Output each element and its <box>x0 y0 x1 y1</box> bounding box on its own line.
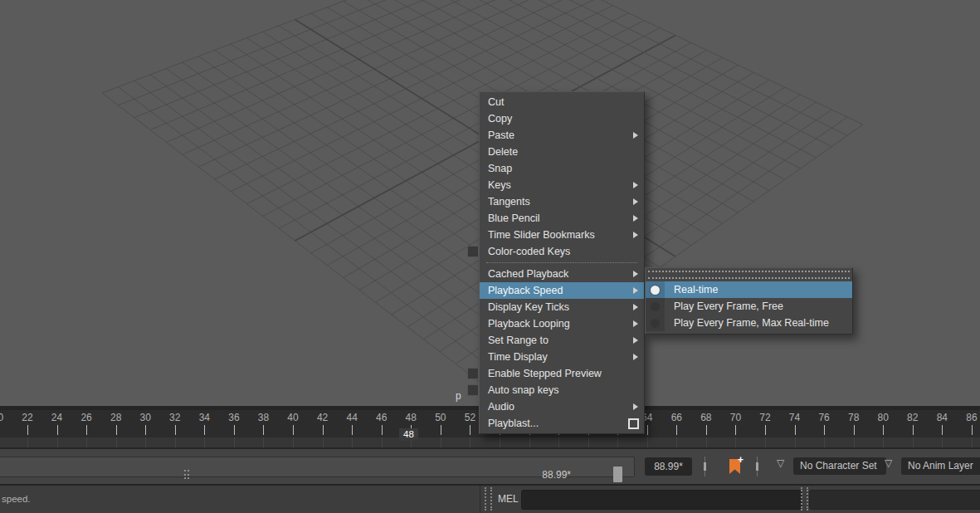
command-result-field[interactable] <box>809 490 980 510</box>
menu-item-copy[interactable]: Copy <box>480 110 644 127</box>
mel-command-input[interactable] <box>521 490 802 510</box>
radio-unselected-icon <box>651 319 660 328</box>
menu-item-label: Playback Speed <box>488 285 563 296</box>
frame-tick <box>175 425 176 435</box>
menu-item-cached-playback[interactable]: Cached Playback <box>480 266 644 282</box>
frame-tick <box>765 425 766 435</box>
frame-label: 42 <box>311 412 334 423</box>
menu-item-enable-stepped-preview[interactable]: Enable Stepped Preview <box>480 365 644 382</box>
frame-tick <box>942 425 943 435</box>
frame-label: 82 <box>901 412 924 423</box>
frame-label: 50 <box>429 412 452 423</box>
anim-layer-dropdown-icon[interactable]: ▽ <box>885 458 892 468</box>
frame-tick <box>913 425 914 435</box>
checkbox-auto-snap-keys[interactable] <box>467 384 479 396</box>
frame-label: 32 <box>163 412 187 423</box>
menu-item-cut[interactable]: Cut <box>480 94 644 110</box>
drag-grip-left[interactable] <box>485 487 492 511</box>
cache-tick <box>352 437 353 447</box>
menu-item-delete[interactable]: Delete <box>480 144 644 160</box>
submenu-arrow-icon <box>633 337 638 344</box>
menu-item-audio[interactable]: Audio <box>480 398 644 415</box>
frame-tick <box>263 425 264 435</box>
bar-divider <box>480 486 480 513</box>
submenu-item-real-time[interactable]: Real-time <box>646 281 852 298</box>
submenu-arrow-icon <box>633 320 638 327</box>
range-end-value: 88.99* <box>531 469 571 481</box>
menu-item-playblast[interactable]: Playblast... <box>480 415 644 432</box>
frame-label: 38 <box>251 412 275 423</box>
tear-off-handle[interactable] <box>648 271 850 279</box>
menu-item-keys[interactable]: Keys <box>480 177 644 193</box>
frame-label: 68 <box>695 412 718 423</box>
menu-item-color-coded-keys[interactable]: Color-coded Keys <box>480 243 644 260</box>
frame-tick <box>57 425 58 435</box>
menu-item-blue-pencil[interactable]: Blue Pencil <box>480 210 644 227</box>
menu-item-label: Tangents <box>488 196 530 208</box>
frame-tick <box>706 425 707 435</box>
frame-label: 48 <box>399 412 422 423</box>
current-frame-value: 48 <box>399 428 418 441</box>
frame-label: 24 <box>46 412 69 423</box>
menu-item-tangents[interactable]: Tangents <box>480 193 644 210</box>
cache-tick <box>588 437 589 447</box>
animation-end-time-field[interactable]: 88.99* <box>645 457 692 476</box>
cache-tick <box>883 437 884 447</box>
cache-tick <box>382 437 383 447</box>
frame-label: 44 <box>340 412 363 423</box>
checkbox-color-coded-keys[interactable] <box>467 246 479 257</box>
cache-tick <box>913 437 914 447</box>
cache-tick <box>293 437 294 447</box>
submenu-item-play-every-frame-free[interactable]: Play Every Frame, Free <box>646 298 852 315</box>
menu-item-set-range-to[interactable]: Set Range to <box>480 332 644 349</box>
frame-label: 36 <box>222 412 246 423</box>
cache-tick <box>263 437 264 447</box>
cached-playback-strip <box>0 437 980 449</box>
timeline-context-menu: CutCopyPasteDeleteSnapKeysTangentsBlue P… <box>479 91 645 434</box>
menu-item-label: Playback Looping <box>488 318 570 330</box>
frame-label: 22 <box>16 412 39 423</box>
range-grip-handle[interactable] <box>184 470 191 480</box>
mini-slider-left[interactable] <box>701 457 709 476</box>
drag-grip-right[interactable] <box>801 487 808 511</box>
option-box-icon[interactable] <box>628 418 639 429</box>
cache-tick <box>735 437 736 447</box>
menu-item-display-key-ticks[interactable]: Display Key Ticks <box>480 299 644 315</box>
menu-item-label: Cached Playback <box>488 268 568 280</box>
menu-item-playback-speed[interactable]: Playback Speed <box>480 282 644 299</box>
submenu-arrow-icon <box>633 232 638 238</box>
cache-tick <box>441 437 441 447</box>
cache-tick <box>234 437 235 447</box>
menu-item-auto-snap-keys[interactable]: Auto snap keys <box>480 382 644 398</box>
submenu-arrow-icon <box>633 132 638 139</box>
checkbox-enable-stepped-preview[interactable] <box>467 368 479 379</box>
cache-tick <box>204 437 205 447</box>
frame-label: 46 <box>370 412 393 423</box>
frame-label: 28 <box>105 412 128 423</box>
range-end-handle[interactable] <box>613 467 622 482</box>
add-bookmark-button[interactable]: + <box>727 457 745 476</box>
maya-window: p 20222426283032343638404244464850525456… <box>0 0 980 513</box>
frame-label: 84 <box>930 412 953 423</box>
cache-tick <box>972 437 973 447</box>
submenu-arrow-icon <box>633 198 638 205</box>
anim-layer-field[interactable]: No Anim Layer <box>901 457 980 475</box>
cache-tick <box>116 437 117 447</box>
submenu-arrow-icon <box>633 271 638 277</box>
menu-item-label: Time Slider Bookmarks <box>488 229 595 241</box>
menu-item-playback-looping[interactable]: Playback Looping <box>480 315 644 332</box>
cache-tick <box>323 437 324 447</box>
submenu-item-play-every-frame-max-real-time[interactable]: Play Every Frame, Max Real-time <box>646 315 852 331</box>
menu-item-paste[interactable]: Paste <box>480 127 644 144</box>
menu-item-time-slider-bookmarks[interactable]: Time Slider Bookmarks <box>480 227 644 243</box>
character-set-dropdown-icon[interactable]: ▽ <box>777 458 784 468</box>
submenu-arrow-icon <box>633 182 638 188</box>
range-slider-bar[interactable]: 88.99* <box>0 457 635 477</box>
frame-tick <box>293 425 294 435</box>
radio-unselected-icon <box>651 302 660 311</box>
character-set-field[interactable]: No Character Set <box>793 457 886 475</box>
mini-slider-right[interactable] <box>753 457 761 476</box>
menu-item-snap[interactable]: Snap <box>480 160 644 177</box>
menu-item-time-display[interactable]: Time Display <box>480 349 644 365</box>
submenu-arrow-icon <box>633 215 638 222</box>
